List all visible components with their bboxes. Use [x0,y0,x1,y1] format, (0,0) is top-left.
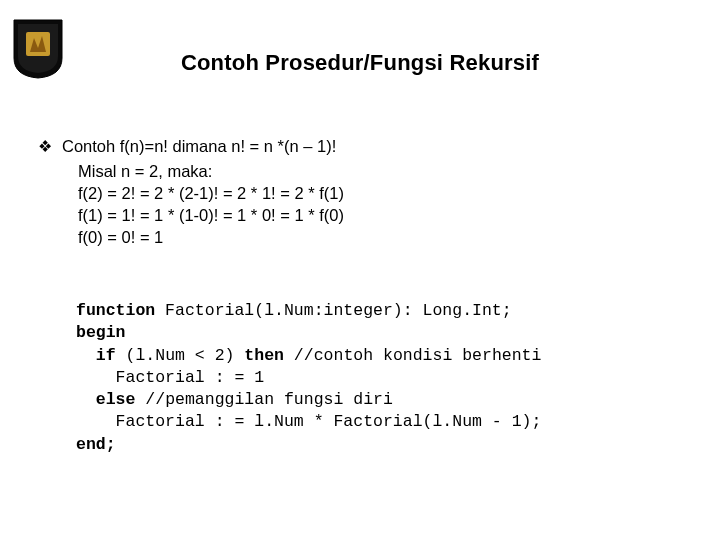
keyword-end: end; [76,435,116,454]
body-content: ❖ Contoh f(n)=n! dimana n! = n *(n – 1)!… [38,135,690,249]
code-indent [76,390,96,409]
code-indent [76,346,96,365]
code-comment: //pemanggilan fungsi diri [135,390,392,409]
explain-line: f(1) = 1! = 1 * (1-0)! = 1 * 0! = 1 * f(… [78,204,690,226]
code-text: Factorial(l.Num:integer): Long.Int; [155,301,511,320]
slide-title: Contoh Prosedur/Fungsi Rekursif [0,50,720,76]
code-text: (l.Num < 2) [116,346,245,365]
code-comment: //contoh kondisi berhenti [284,346,541,365]
code-indent [76,412,116,431]
code-text: Factorial : = l.Num * Factorial(l.Num - … [116,412,542,431]
explain-line: Misal n = 2, maka: [78,160,690,182]
bullet-lead-text: Contoh f(n)=n! dimana n! = n *(n – 1)! [62,135,336,157]
explain-line: f(0) = 0! = 1 [78,226,690,248]
explain-line: f(2) = 2! = 2 * (2-1)! = 2 * 1! = 2 * f(… [78,182,690,204]
keyword-then: then [244,346,284,365]
keyword-if: if [96,346,116,365]
slide: Contoh Prosedur/Fungsi Rekursif ❖ Contoh… [0,0,720,540]
code-indent [76,368,116,387]
keyword-begin: begin [76,323,126,342]
keyword-else: else [96,390,136,409]
explanation-block: Misal n = 2, maka: f(2) = 2! = 2 * (2-1)… [78,160,690,249]
code-block: function Factorial(l.Num:integer): Long.… [76,300,690,456]
diamond-bullet-icon: ❖ [38,135,52,158]
code-text: Factorial : = 1 [116,368,265,387]
keyword-function: function [76,301,155,320]
bullet-item: ❖ Contoh f(n)=n! dimana n! = n *(n – 1)! [38,135,690,158]
